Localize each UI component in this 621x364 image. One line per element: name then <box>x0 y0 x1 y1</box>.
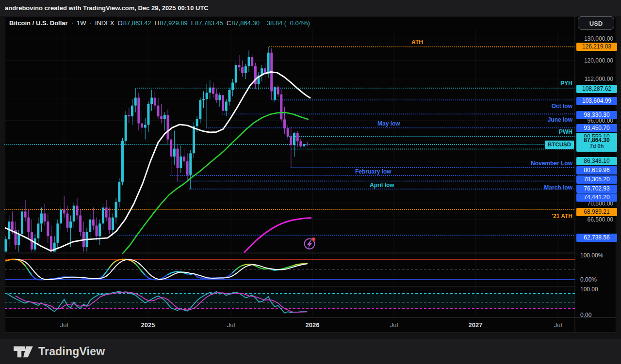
time-label-2025: 2025 <box>141 321 155 329</box>
annotation-oct-low: Oct low <box>552 103 572 110</box>
annotation-november-low: November Low <box>531 160 572 167</box>
price-tick: 120,000.00 <box>574 57 613 64</box>
tradingview-logo-icon <box>13 343 34 360</box>
price-label-12621903[interactable]: 126,219.03 <box>576 43 617 51</box>
symbol-info-row[interactable]: Bitcoin / U.S. Dollar · 1W · INDEX O87,8… <box>9 19 310 27</box>
ohlc-high: H87,929.89 <box>155 19 188 27</box>
footer-brand-text: TradingView <box>38 345 105 358</box>
time-label-jul: Jul <box>390 321 398 329</box>
watermark-bar: andrebovino created with TradingView.com… <box>0 0 621 16</box>
annotation-april-low: April low <box>370 182 394 189</box>
price-label-7670293[interactable]: 76,702.93 <box>576 185 617 193</box>
chart-window[interactable] <box>5 16 616 333</box>
time-label-2027: 2027 <box>469 321 483 329</box>
price-label-10828762[interactable]: 108,287.62 <box>576 85 617 93</box>
price-label-6898921[interactable]: 68,989.21 <box>576 208 617 216</box>
time-label-jul: Jul <box>554 321 562 329</box>
footer-bar: TradingView <box>0 339 621 364</box>
price-tick: 130,000.00 <box>574 35 613 43</box>
price-label-9345070[interactable]: 93,450.70 <box>576 124 617 132</box>
price-label-7830520[interactable]: 78,305.20 <box>576 175 617 184</box>
annotation-june-low: June low <box>548 116 572 123</box>
time-label-jul: Jul <box>227 321 235 329</box>
currency-usd-button[interactable]: USD <box>578 16 614 30</box>
separator-dot: · <box>71 19 73 27</box>
symbol-title[interactable]: Bitcoin / U.S. Dollar <box>9 19 68 27</box>
countdown-timer: 7d 0h <box>576 143 617 149</box>
price-tick: 112,000.00 <box>574 76 613 83</box>
price-tick: 70,500.00 <box>574 200 613 207</box>
price-label-7444120[interactable]: 74,441.20 <box>576 193 617 202</box>
annotation-may-low: May low <box>377 120 400 127</box>
price-label-8786430[interactable]: 87,864.307d 0h <box>576 137 617 152</box>
annotation-ath: ATH <box>411 39 423 46</box>
annotation-february-low: February low <box>355 168 392 175</box>
watermark-text: andrebovino created with TradingView.com… <box>0 0 209 16</box>
price-label-9833030[interactable]: 98,330.30 <box>576 111 617 119</box>
indicator-tick: 0.00 <box>580 312 591 318</box>
annotation--21-ath: '21 ATH <box>552 213 572 220</box>
annotation-pyh: PYH <box>560 80 572 87</box>
separator-dot: · <box>89 19 91 27</box>
price-label-10360499[interactable]: 103,604.99 <box>576 97 617 105</box>
ohlc-open: O87,863.42 <box>118 19 151 27</box>
time-label-2026: 2026 <box>306 321 320 329</box>
tradingview-screenshot: andrebovino created with TradingView.com… <box>0 0 621 364</box>
indicator-tick: 100.00 <box>580 286 598 293</box>
price-tick: 66,500.00 <box>574 216 613 223</box>
indicator-tick: 0.00% <box>580 276 597 283</box>
interval-label[interactable]: 1W <box>77 19 86 27</box>
symbol-axis-badge: BTCUSD <box>545 141 574 149</box>
time-label-jul: Jul <box>60 321 68 329</box>
indicator-tick: 100.00% <box>580 252 603 259</box>
price-label-8061996[interactable]: 80,619.96 <box>576 166 617 174</box>
ohlc-close: C87,864.30 <box>227 19 260 27</box>
annotation-pwh: PWH <box>559 128 572 135</box>
price-label-8634810[interactable]: 86,348.10 <box>576 157 617 165</box>
ohlc-low: L87,783.45 <box>191 19 223 27</box>
change-value: −38.84 (−0.04%) <box>263 19 310 27</box>
price-label-6273856[interactable]: 62,738.56 <box>576 234 617 242</box>
annotation-march-low: March low <box>544 184 572 191</box>
source-label: INDEX <box>95 19 114 27</box>
